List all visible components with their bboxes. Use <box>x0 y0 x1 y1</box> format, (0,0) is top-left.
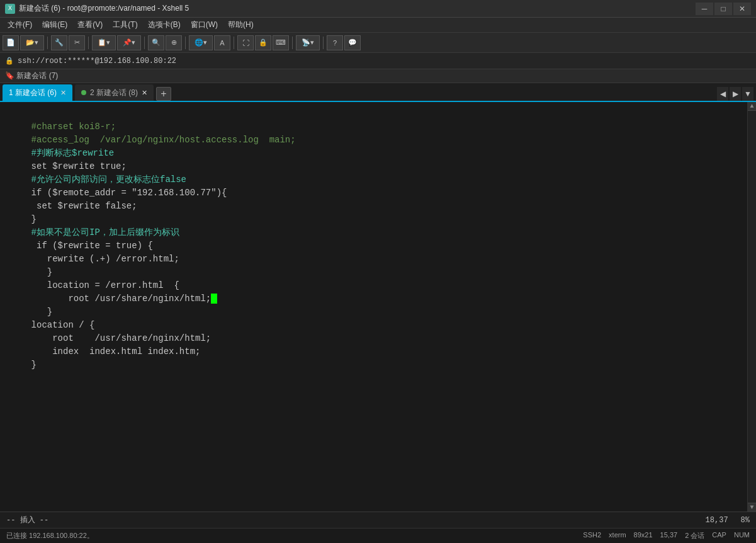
code-access-log: #access_log /var/log/nginx/host.access.l… <box>10 134 746 147</box>
code-set-rewrite: set $rewrite true; <box>10 160 746 173</box>
toolbar-zoom[interactable]: ⊕ <box>166 35 182 50</box>
code-root-nginx: root /usr/share/nginx/html; <box>10 292 746 306</box>
ssh-version: SSH2 <box>583 531 601 540</box>
tab-session-2[interactable]: 2 新建会话 (8) ✕ <box>75 84 154 101</box>
tab-nav: ◀ ▶ ▼ <box>717 87 753 101</box>
menu-view[interactable]: 查看(V) <box>72 18 108 31</box>
status-mode: -- 插入 -- <box>6 515 48 525</box>
tab-1-label: 1 新建会话 (6) <box>9 88 57 98</box>
code-index: index index.html index.htm; <box>10 345 746 358</box>
toolbar-sep-1 <box>47 37 48 49</box>
toolbar-btn2[interactable]: ✂ <box>69 35 85 50</box>
addressbar: 🔒 ssh://root:******@192.168.100.80:22 <box>0 53 756 69</box>
num-status: NUM <box>734 531 750 540</box>
session-count: 2 会话 <box>685 531 704 540</box>
toolbar-help[interactable]: ? <box>327 35 343 50</box>
toolbar-connect[interactable]: 🌐▾ <box>189 35 213 50</box>
toolbar-sep-4 <box>185 37 186 49</box>
menu-window[interactable]: 窗口(W) <box>186 18 223 31</box>
app-icon: X <box>5 4 15 14</box>
window-controls: ─ □ ✕ <box>696 3 751 15</box>
bottom-right: SSH2 xterm 89x21 15,37 2 会话 CAP NUM <box>583 531 750 540</box>
menu-tools[interactable]: 工具(T) <box>108 18 142 31</box>
menu-tabs[interactable]: 选项卡(B) <box>143 18 186 31</box>
toolbar-keyboard[interactable]: ⌨ <box>273 35 289 50</box>
tab-next-button[interactable]: ▶ <box>730 87 741 101</box>
minimize-button[interactable]: ─ <box>696 3 713 15</box>
bottombar: 已连接 192.168.100.80:22。 SSH2 xterm 89x21 … <box>0 528 756 543</box>
cursor <box>211 294 217 304</box>
scroll-up[interactable]: ▲ <box>748 102 757 111</box>
menu-help[interactable]: 帮助(H) <box>223 18 259 31</box>
scroll-down[interactable]: ▼ <box>748 503 757 512</box>
code-close-location-root: } <box>10 358 746 372</box>
code-close-inner-if: } <box>10 266 746 279</box>
toolbar-properties[interactable]: 🔧 <box>51 35 67 50</box>
cursor-position: 15,37 <box>660 531 678 540</box>
code-comment-suffix: #如果不是公司IP，加上后缀作为标识 <box>10 226 746 239</box>
code-charset: #charset koi8-r; <box>10 120 746 134</box>
toolbar-sep-2 <box>88 37 89 49</box>
toolbar-font[interactable]: A <box>214 35 230 50</box>
tab-1-close[interactable]: ✕ <box>60 89 66 97</box>
terminal-size: 89x21 <box>634 531 653 540</box>
tabbar: 1 新建会话 (6) ✕ 2 新建会话 (8) ✕ + ◀ ▶ ▼ <box>0 83 756 102</box>
toolbar-open[interactable]: 📂▾ <box>20 35 44 50</box>
tab-menu-button[interactable]: ▼ <box>742 87 753 101</box>
tab-add-button[interactable]: + <box>156 87 171 101</box>
toolbar-copy[interactable]: 📋▾ <box>92 35 116 50</box>
toolbar-sep-7 <box>323 37 324 49</box>
connection-status: 已连接 192.168.100.80:22。 <box>6 531 94 540</box>
code-close-if: } <box>10 213 746 226</box>
toolbar-multicast[interactable]: 📡▾ <box>296 35 320 50</box>
tab-prev-button[interactable]: ◀ <box>717 87 728 101</box>
session-label: 🔖 新建会话 (7) <box>5 71 58 81</box>
toolbar-paste[interactable]: 📌▾ <box>117 35 141 50</box>
code-rewrite-rule: rewrite (.+) /error.html; <box>10 253 746 266</box>
toolbar-lock[interactable]: 🔒 <box>255 35 271 50</box>
code-close-location-error: } <box>10 306 746 319</box>
code-if-remote: if ($remote_addr = "192.168.100.77"){ <box>10 186 746 200</box>
menu-edit[interactable]: 编辑(E) <box>37 18 72 31</box>
session-label-bar: 🔖 新建会话 (7) <box>0 69 756 83</box>
tab-2-dot <box>81 90 86 95</box>
titlebar: X 新建会话 (6) - root@promote:/var/named - X… <box>0 0 756 18</box>
lock-icon: 🔒 <box>5 57 14 65</box>
toolbar-sep-3 <box>144 37 145 49</box>
titlebar-title: 新建会话 (6) - root@promote:/var/named - Xsh… <box>19 3 189 14</box>
code-root-html: root /usr/share/nginx/html; <box>10 332 746 345</box>
toolbar: 📄 📂▾ 🔧 ✂ 📋▾ 📌▾ 🔍 ⊕ 🌐▾ A ⛶ 🔒 ⌨ 📡▾ ? 💬 <box>0 33 756 53</box>
toolbar-sep-5 <box>234 37 234 49</box>
status-position: 18,37 <box>706 516 728 525</box>
tab-2-label: 2 新建会话 (8) <box>90 88 138 98</box>
toolbar-chat[interactable]: 💬 <box>344 35 361 50</box>
terminal-content[interactable]: #charset koi8-r; #access_log /var/log/ng… <box>0 102 756 512</box>
close-button[interactable]: ✕ <box>733 3 751 15</box>
tab-2-close[interactable]: ✕ <box>142 89 147 97</box>
toolbar-new[interactable]: 📄 <box>3 35 19 50</box>
status-percent: 8% <box>741 516 750 525</box>
code-comment-allow: #允许公司内部访问，更改标志位false <box>10 173 746 186</box>
code-empty-1 <box>10 107 746 120</box>
statusbar: -- 插入 -- 18,37 8% <box>0 512 756 528</box>
status-right: 18,37 8% <box>706 516 750 525</box>
code-if-rewrite: if ($rewrite = true) { <box>10 239 746 253</box>
code-location-root: location / { <box>10 319 746 332</box>
titlebar-left: X 新建会话 (6) - root@promote:/var/named - X… <box>5 3 189 14</box>
toolbar-find[interactable]: 🔍 <box>148 35 164 50</box>
toolbar-sep-6 <box>292 37 293 49</box>
address-text: ssh://root:******@192.168.100.80:22 <box>18 57 176 66</box>
code-location-error: location = /error.html { <box>10 279 746 292</box>
tab-session-1[interactable]: 1 新建会话 (6) ✕ <box>3 84 72 101</box>
cap-status: CAP <box>712 531 726 540</box>
code-set-false: set $rewrite false; <box>10 200 746 213</box>
terminal-type: xterm <box>609 531 626 540</box>
maximize-button[interactable]: □ <box>714 3 732 15</box>
menu-file[interactable]: 文件(F) <box>3 18 37 31</box>
scroll-indicator: ▲ ▼ <box>747 102 756 512</box>
menubar: 文件(F) 编辑(E) 查看(V) 工具(T) 选项卡(B) 窗口(W) 帮助(… <box>0 18 756 33</box>
toolbar-fullscreen[interactable]: ⛶ <box>237 35 254 50</box>
code-comment-rewrite: #判断标志$rewrite <box>10 147 746 160</box>
